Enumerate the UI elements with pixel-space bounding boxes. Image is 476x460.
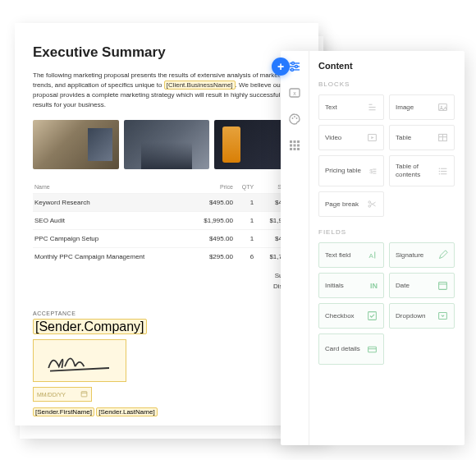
field-checkbox[interactable]: Checkbox (318, 303, 384, 329)
svg-rect-0 (81, 392, 87, 397)
field-dropdown[interactable]: Dropdown (389, 303, 455, 329)
svg-rect-21 (297, 148, 300, 150)
table-row[interactable]: PPC Campaign Setup$495.001$495.00 (33, 230, 300, 248)
block-page-break[interactable]: Page break (318, 191, 384, 217)
block-table[interactable]: Table (389, 125, 455, 150)
svg-rect-50 (439, 312, 447, 319)
panel-title: Content (318, 61, 455, 71)
add-content-button[interactable]: + (272, 58, 290, 76)
table-row[interactable]: Keyword Research$495.001$495.00 (33, 194, 300, 212)
col-qty: QTY (235, 181, 255, 194)
apps-grid-icon[interactable] (287, 138, 302, 153)
field-text[interactable]: Text fieldA (318, 242, 384, 268)
svg-rect-14 (294, 140, 296, 143)
acceptance-label: ACCEPTANCE (33, 310, 300, 316)
sender-lastname-token[interactable]: [Sender.LastName] (96, 407, 157, 416)
svg-text:x: x (293, 90, 296, 96)
pricing-table: Name Price QTY Subtotal Keyword Research… (33, 181, 300, 265)
svg-point-5 (292, 62, 295, 65)
svg-point-26 (441, 106, 442, 108)
svg-point-40 (439, 172, 441, 174)
svg-rect-47 (439, 282, 447, 289)
sender-company-token[interactable]: [Sender.Company] (33, 319, 147, 334)
variable-icon[interactable]: x (287, 85, 302, 100)
content-panel: + x Content BLOCKS Text Image Video Tabl… (281, 51, 465, 445)
checkbox-icon (367, 310, 378, 321)
page-title: Executive Summary (33, 44, 300, 61)
fields-section-label: FIELDS (318, 228, 455, 236)
svg-rect-19 (290, 148, 292, 150)
gallery-image-2[interactable] (124, 120, 210, 169)
svg-point-7 (291, 69, 294, 71)
block-toc[interactable]: Table of contents (389, 155, 455, 186)
intro-paragraph: The following marketing proposal present… (33, 71, 300, 110)
field-initials[interactable]: InitialsIN (318, 273, 384, 298)
field-card-details[interactable]: Card details (318, 334, 384, 365)
sender-name-row: [Sender.FirstName] [Sender.LastName] (33, 408, 300, 416)
text-cursor-icon: A (367, 250, 378, 260)
svg-point-41 (368, 201, 371, 204)
table-header-row: Name Price QTY Subtotal (33, 181, 300, 194)
block-image[interactable]: Image (389, 94, 455, 120)
date-field[interactable]: MM/DD/YY (33, 387, 92, 402)
client-business-token[interactable]: [Client.BusinessName] (164, 80, 236, 90)
svg-point-38 (439, 168, 441, 169)
table-icon (437, 132, 448, 143)
acceptance-section: ACCEPTANCE [Sender.Company] MM/DD/YY [Se… (33, 310, 300, 416)
col-price: Price (190, 181, 235, 194)
image-icon (437, 102, 448, 113)
field-signature[interactable]: Signature (389, 242, 455, 268)
list-icon (437, 166, 448, 177)
svg-line-43 (370, 203, 375, 206)
pen-icon (437, 250, 448, 260)
table-row[interactable]: SEO Audit$1,995.001$1,995.00 (33, 212, 300, 230)
svg-rect-16 (290, 145, 292, 147)
svg-rect-17 (294, 145, 296, 147)
svg-point-12 (296, 117, 298, 119)
field-date[interactable]: Date (389, 273, 455, 298)
svg-text:$: $ (369, 167, 373, 174)
blocks-grid: Text Image Video Table Pricing table$ Ta… (318, 94, 455, 217)
svg-rect-18 (297, 145, 300, 147)
col-name: Name (33, 181, 190, 194)
svg-rect-20 (294, 148, 296, 150)
table-row[interactable]: Monthly PPC Campaign Management$295.006$… (33, 248, 300, 266)
svg-point-10 (292, 117, 294, 119)
svg-rect-13 (290, 140, 292, 143)
sender-firstname-token[interactable]: [Sender.FirstName] (33, 407, 94, 416)
video-icon (367, 132, 378, 143)
totals: Subtotal Discount Total (33, 270, 300, 302)
panel-body: Content BLOCKS Text Image Video Table Pr… (309, 51, 465, 445)
pricing-icon: $ (367, 166, 378, 177)
calendar-icon (80, 390, 88, 398)
scissors-icon (367, 199, 378, 209)
svg-point-39 (439, 170, 441, 172)
calendar-icon (437, 280, 448, 291)
panel-rail: + x (281, 51, 309, 445)
gallery-image-1[interactable] (33, 120, 119, 169)
block-text[interactable]: Text (318, 94, 384, 120)
palette-icon[interactable] (287, 112, 302, 126)
initials-icon: IN (370, 282, 378, 290)
svg-rect-51 (368, 347, 377, 352)
fields-grid: Text fieldA Signature InitialsIN Date Ch… (318, 242, 455, 365)
svg-rect-15 (297, 140, 300, 143)
block-video[interactable]: Video (318, 125, 384, 150)
credit-card-icon (367, 344, 378, 355)
blocks-section-label: BLOCKS (318, 80, 455, 88)
svg-point-6 (295, 66, 298, 68)
date-placeholder: MM/DD/YY (37, 392, 66, 398)
svg-line-44 (370, 202, 375, 205)
svg-point-11 (294, 116, 295, 117)
image-gallery (33, 120, 300, 169)
document-front-page: Executive Summary The following marketin… (15, 23, 318, 426)
signature-field[interactable] (33, 339, 126, 382)
text-icon (367, 102, 378, 113)
dropdown-icon (437, 310, 448, 321)
block-pricing-table[interactable]: Pricing table$ (318, 155, 384, 186)
svg-point-42 (368, 205, 371, 208)
svg-text:A: A (368, 252, 373, 260)
